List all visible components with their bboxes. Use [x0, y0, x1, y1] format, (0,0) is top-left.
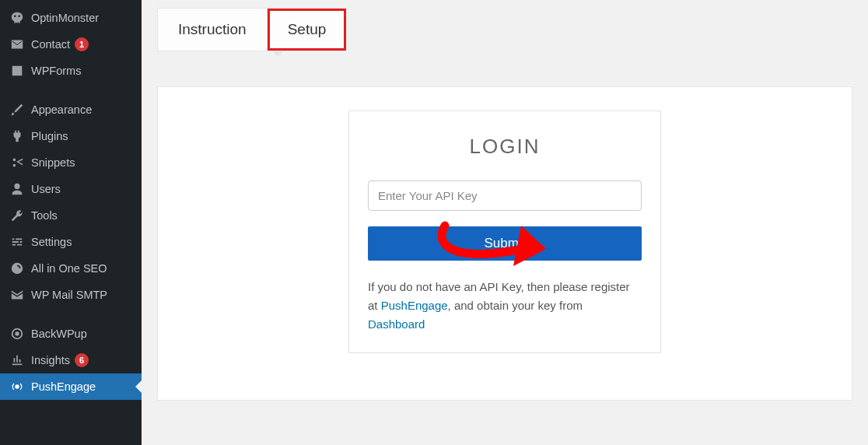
sidebar-item-label: PushEngage [31, 380, 96, 393]
mail-fly-icon [9, 287, 25, 303]
sidebar-item-wpforms[interactable]: WPForms [0, 58, 142, 84]
plug-icon [9, 128, 25, 144]
pushengage-link[interactable]: PushEngage [381, 299, 448, 312]
seo-icon [9, 261, 25, 276]
tab-pointer-arrow [271, 51, 284, 57]
sidebar-item-optinmonster[interactable]: OptinMonster [0, 5, 142, 31]
sidebar-item-label: Snippets [31, 156, 75, 169]
sidebar-item-wpmailsmtp[interactable]: WP Mail SMTP [0, 282, 142, 308]
tab-instruction[interactable]: Instruction [158, 9, 268, 51]
sidebar-item-label: WPForms [31, 65, 81, 77]
api-key-input[interactable] [368, 180, 642, 211]
sidebar-item-label: OptinMonster [31, 12, 99, 24]
wrench-icon [9, 208, 25, 223]
sidebar-item-backwpup[interactable]: BackWPup [0, 321, 142, 347]
sidebar-item-label: All in One SEO [31, 262, 107, 275]
sidebar-item-plugins[interactable]: Plugins [0, 123, 142, 149]
backup-icon [9, 326, 25, 342]
sidebar-item-appearance[interactable]: Appearance [0, 96, 142, 123]
sidebar-item-label: Users [31, 183, 61, 195]
sliders-icon [9, 234, 25, 250]
brush-icon [9, 102, 25, 117]
sidebar-item-pushengage[interactable]: PushEngage [0, 373, 142, 400]
sidebar-item-users[interactable]: Users [0, 176, 142, 202]
sidebar-item-contact[interactable]: Contact 1 [0, 31, 142, 58]
content-card: LOGIN Submit If you do not have an API K… [157, 86, 852, 401]
form-icon [9, 63, 25, 79]
admin-sidebar: OptinMonster Contact 1 WPForms Appearanc… [0, 0, 142, 445]
main-content: Instruction Setup LOGIN Submit If you do… [142, 0, 868, 445]
login-card: LOGIN Submit If you do not have an API K… [348, 110, 661, 353]
mail-icon [9, 37, 25, 52]
sidebar-item-label: Settings [31, 236, 72, 248]
tab-setup[interactable]: Setup [268, 9, 347, 51]
dashboard-link[interactable]: Dashboard [368, 317, 425, 331]
sidebar-item-snippets[interactable]: Snippets [0, 149, 142, 176]
broadcast-icon [9, 379, 25, 394]
sidebar-item-insights[interactable]: Insights 6 [0, 347, 142, 373]
sidebar-item-label: Tools [31, 209, 58, 222]
chart-icon [9, 352, 25, 368]
tab-bar: Instruction Setup [157, 8, 346, 51]
sidebar-item-tools[interactable]: Tools [0, 202, 142, 229]
sidebar-item-label: Plugins [31, 130, 68, 142]
sidebar-item-label: Appearance [31, 103, 92, 116]
help-text: If you do not have an API Key, then plea… [368, 278, 642, 334]
sidebar-item-label: BackWPup [31, 328, 87, 340]
help-text-middle: , and obtain your key from [448, 299, 583, 312]
sidebar-item-settings[interactable]: Settings [0, 229, 142, 255]
user-icon [9, 181, 25, 197]
sidebar-item-allinoneseo[interactable]: All in One SEO [0, 255, 142, 282]
login-title: LOGIN [368, 135, 642, 159]
sidebar-item-label: Contact [31, 38, 70, 51]
svg-point-1 [15, 331, 19, 335]
notification-badge: 6 [75, 353, 89, 367]
sidebar-item-label: Insights [31, 354, 70, 366]
sidebar-item-label: WP Mail SMTP [31, 289, 107, 301]
submit-button[interactable]: Submit [368, 226, 642, 261]
monster-icon [9, 10, 25, 26]
scissors-icon [9, 155, 25, 170]
notification-badge: 1 [75, 37, 89, 51]
